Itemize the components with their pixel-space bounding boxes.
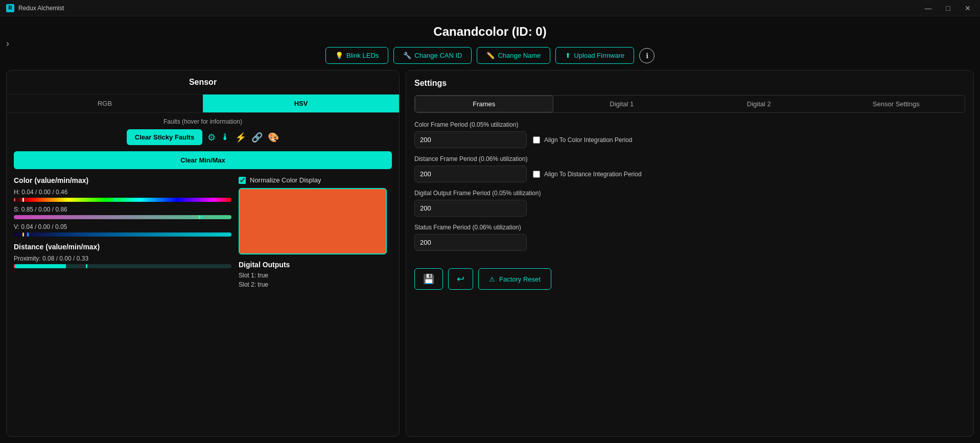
change-can-id-button[interactable]: 🔧 Change CAN ID xyxy=(393,47,472,64)
color-h-val-marker xyxy=(22,198,24,202)
color-s-bar-container xyxy=(14,215,231,219)
color-frame-input[interactable] xyxy=(414,131,527,148)
edit-icon: ✏️ xyxy=(486,52,495,59)
tab-rgb[interactable]: RGB xyxy=(7,95,203,112)
warning-icon: ⚠ xyxy=(489,275,495,283)
normalize-checkbox[interactable] xyxy=(239,177,246,184)
color-v-bar-container xyxy=(14,232,231,237)
tab-digital1[interactable]: Digital 1 xyxy=(553,96,691,112)
upload-icon: ⬆ xyxy=(565,52,571,59)
distance-frame-input[interactable] xyxy=(414,166,527,182)
header: › Canandcolor (ID: 0) 💡 Blink LEDs 🔧 Cha… xyxy=(0,16,980,70)
faults-controls: Clear Sticky Faults ⚙ 🌡 ⚡ 🔗 🎨 xyxy=(14,129,392,145)
color-h-bar xyxy=(14,198,231,202)
settings-panel: Settings Frames Digital 1 Digital 2 Sens… xyxy=(406,70,974,437)
factory-reset-label: Factory Reset xyxy=(499,275,541,283)
titlebar-controls: — □ ✕ xyxy=(922,3,974,13)
tab-frames[interactable]: Frames xyxy=(415,96,553,112)
distance-frame-label: Distance Frame Period (0.06% utilization… xyxy=(414,155,965,162)
distance-frame-align-label: Align To Distance Integration Period xyxy=(544,171,642,178)
data-left: Color (value/min/max) H: 0.04 / 0.00 / 0… xyxy=(14,176,239,432)
distance-frame-inner: Align To Distance Integration Period xyxy=(414,166,965,182)
distance-frame-align-checkbox[interactable] xyxy=(533,171,540,178)
proximity-bar xyxy=(14,264,231,268)
fault-icon-3: ⚡ xyxy=(235,132,246,143)
sensor-panel: Sensor RGB HSV Faults (hover for informa… xyxy=(6,70,400,437)
status-frame-row: Status Frame Period (0.06% utilization) xyxy=(414,224,965,251)
digital-outputs-title: Digital Outputs xyxy=(239,261,392,269)
color-preview-box xyxy=(239,188,387,254)
sensor-panel-title: Sensor xyxy=(7,71,399,95)
save-button[interactable]: 💾 xyxy=(414,268,443,290)
minimize-button[interactable]: — xyxy=(922,3,935,13)
tab-digital2[interactable]: Digital 2 xyxy=(690,96,828,112)
fault-icon-1: ⚙ xyxy=(207,132,216,143)
color-frame-align-row: Align To Color Integration Period xyxy=(533,136,633,144)
digital-output-frame-label: Digital Output Frame Period (0.05% utili… xyxy=(414,190,965,197)
upload-firmware-button[interactable]: ⬆ Upload Firmware xyxy=(555,47,634,64)
header-buttons: 💡 Blink LEDs 🔧 Change CAN ID ✏️ Change N… xyxy=(325,47,655,64)
maximize-button[interactable]: □ xyxy=(943,3,953,13)
settings-panel-title: Settings xyxy=(414,79,965,88)
color-frame-label: Color Frame Period (0.05% utilization) xyxy=(414,121,965,128)
close-button[interactable]: ✕ xyxy=(962,3,974,13)
tab-sensor-settings[interactable]: Sensor Settings xyxy=(828,96,965,112)
clear-sticky-faults-button[interactable]: Clear Sticky Faults xyxy=(127,129,202,145)
change-name-button[interactable]: ✏️ Change Name xyxy=(477,47,550,64)
proximity-bar-container xyxy=(14,264,231,268)
color-v-value: V: 0.04 / 0.00 / 0.05 xyxy=(14,223,231,230)
settings-actions: 💾 ↩ ⚠ Factory Reset xyxy=(414,268,965,290)
color-s-value: S: 0.85 / 0.00 / 0.86 xyxy=(14,206,231,213)
color-s-val-marker xyxy=(199,215,200,219)
color-section-title: Color (value/min/max) xyxy=(14,176,231,184)
digital-output-frame-input[interactable] xyxy=(414,200,527,217)
normalize-row: Normalize Color Display xyxy=(239,176,392,184)
status-frame-inner xyxy=(414,234,965,251)
bulb-icon: 💡 xyxy=(335,52,343,59)
wrench-icon: 🔧 xyxy=(403,52,411,59)
tab-hsv[interactable]: HSV xyxy=(203,95,399,112)
clear-minmax-button[interactable]: Clear Min/Max xyxy=(14,151,392,169)
distance-frame-row: Distance Frame Period (0.06% utilization… xyxy=(414,155,965,182)
proximity-min-marker xyxy=(14,264,15,268)
color-frame-align-checkbox[interactable] xyxy=(533,136,540,144)
blink-leds-button[interactable]: 💡 Blink LEDs xyxy=(325,47,389,64)
normalize-label: Normalize Color Display xyxy=(250,176,321,184)
settings-tabs: Frames Digital 1 Digital 2 Sensor Settin… xyxy=(414,95,965,113)
status-frame-label: Status Frame Period (0.06% utilization) xyxy=(414,224,965,231)
color-frame-row: Color Frame Period (0.05% utilization) A… xyxy=(414,121,965,148)
info-button[interactable]: ℹ xyxy=(639,48,655,63)
color-frame-align-label: Align To Color Integration Period xyxy=(544,136,633,144)
fault-icon-5: 🎨 xyxy=(268,132,279,143)
titlebar-left: R Redux Alchemist xyxy=(6,4,64,12)
status-frame-input[interactable] xyxy=(414,234,527,251)
digital-output-frame-inner xyxy=(414,200,965,217)
content-area: Sensor RGB HSV Faults (hover for informa… xyxy=(0,70,980,443)
blink-leds-label: Blink LEDs xyxy=(346,52,379,59)
digital-slot1: Slot 1: true xyxy=(239,272,392,279)
upload-firmware-label: Upload Firmware xyxy=(574,52,624,59)
data-right: Normalize Color Display Digital Outputs … xyxy=(239,176,392,432)
proximity-max-marker xyxy=(86,264,87,268)
faults-section: Faults (hover for information) Clear Sti… xyxy=(7,113,399,148)
change-can-id-label: Change CAN ID xyxy=(414,52,462,59)
app-logo: R xyxy=(6,4,14,12)
color-v-bar xyxy=(14,232,231,237)
sensor-data-area: Color (value/min/max) H: 0.04 / 0.00 / 0… xyxy=(7,172,399,436)
distance-frame-align-row: Align To Distance Integration Period xyxy=(533,171,642,178)
change-name-label: Change Name xyxy=(498,52,541,59)
sensor-tabs: RGB HSV xyxy=(7,95,399,113)
undo-button[interactable]: ↩ xyxy=(448,268,473,290)
color-h-bar-container xyxy=(14,198,231,202)
factory-reset-button[interactable]: ⚠ Factory Reset xyxy=(478,268,551,290)
app-name: Redux Alchemist xyxy=(18,5,64,12)
color-v-val-marker xyxy=(22,232,24,237)
color-h-max-marker xyxy=(114,198,115,202)
digital-slot2: Slot 2: true xyxy=(239,281,392,288)
proximity-value: Proximity: 0.08 / 0.00 / 0.33 xyxy=(14,255,231,262)
page-title: Canandcolor (ID: 0) xyxy=(433,25,546,39)
titlebar: R Redux Alchemist — □ ✕ xyxy=(0,0,980,16)
faults-label: Faults (hover for information) xyxy=(14,118,392,125)
save-icon: 💾 xyxy=(423,273,434,285)
sidebar-toggle-button[interactable]: › xyxy=(6,38,9,49)
